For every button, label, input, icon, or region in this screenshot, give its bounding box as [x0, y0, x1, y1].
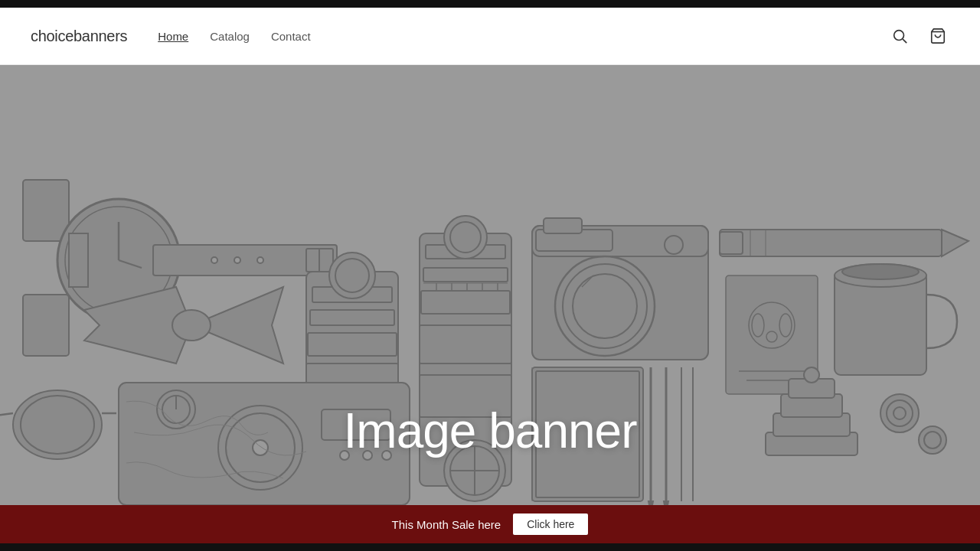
svg-point-47	[573, 274, 637, 338]
nav-contact[interactable]: Contact	[271, 30, 311, 43]
svg-point-14	[257, 257, 263, 263]
svg-rect-52	[720, 232, 743, 254]
navigation: Home Catalog Contact	[158, 30, 310, 43]
svg-marker-88	[664, 501, 668, 505]
svg-point-57	[752, 314, 764, 337]
top-bar	[0, 0, 980, 8]
svg-rect-44	[544, 218, 582, 233]
cart-button[interactable]	[926, 24, 949, 47]
svg-marker-87	[648, 501, 653, 505]
svg-point-58	[779, 314, 792, 337]
announcement-cta-button[interactable]: Click here	[513, 514, 588, 535]
svg-point-19	[172, 310, 211, 341]
hero-text-overlay: Image banner	[344, 403, 637, 459]
bottom-bar	[0, 543, 980, 551]
svg-rect-10	[69, 233, 88, 287]
search-button[interactable]	[888, 24, 911, 47]
hero-title: Image banner	[344, 403, 637, 459]
svg-point-64	[842, 264, 919, 279]
header: choicebanners Home Catalog Contact	[0, 8, 980, 65]
search-icon	[891, 28, 908, 44]
nav-catalog[interactable]: Catalog	[210, 30, 250, 43]
svg-rect-4	[23, 180, 69, 241]
svg-point-96	[893, 407, 906, 419]
svg-rect-5	[23, 295, 69, 356]
svg-point-59	[766, 331, 777, 342]
logo[interactable]: choicebanners	[31, 28, 127, 45]
announcement-bar: This Month Sale here Click here	[0, 505, 980, 543]
svg-point-34	[450, 222, 481, 253]
svg-point-66	[21, 396, 94, 454]
svg-point-98	[924, 432, 941, 448]
svg-point-26	[335, 259, 369, 292]
svg-point-93	[804, 367, 819, 383]
nav-home[interactable]: Home	[158, 30, 188, 43]
svg-point-13	[234, 257, 240, 263]
svg-point-49	[665, 236, 683, 254]
hero-section: Image banner	[0, 65, 980, 505]
svg-rect-50	[720, 230, 942, 256]
announcement-text: This Month Sale here	[392, 518, 501, 531]
svg-point-0	[894, 31, 904, 41]
svg-point-12	[211, 257, 217, 263]
svg-line-1	[903, 39, 906, 43]
cart-icon	[929, 28, 946, 44]
